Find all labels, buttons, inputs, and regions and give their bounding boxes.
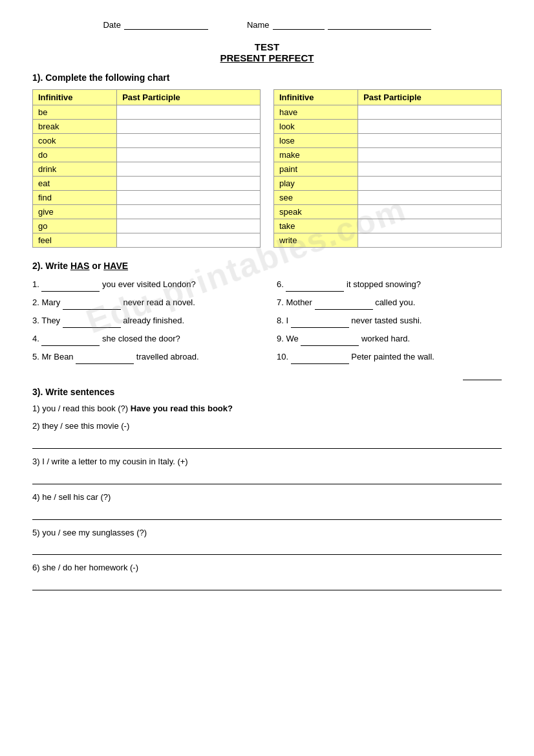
table-row: eat	[33, 177, 261, 191]
past-part-cell	[358, 105, 502, 120]
infinitive-cell: paint	[274, 162, 358, 177]
sentence-prompt: 2) they / see this movie (-)	[32, 420, 502, 433]
infinitive-cell: find	[33, 191, 117, 205]
has-have-blank	[301, 337, 359, 346]
sentence-prompt: 4) he / sell his car (?)	[32, 491, 502, 504]
table-row: have	[274, 105, 502, 120]
table-row: see	[274, 191, 502, 205]
sentence-prompt-text: 4) he / sell his car (?)	[32, 492, 111, 502]
table-row: feel	[33, 233, 261, 248]
past-part-cell	[358, 120, 502, 134]
has-have-blank	[286, 283, 344, 292]
tables-row: Infinitive Past Participle bebreakcookdo…	[32, 89, 502, 248]
infinitive-cell: take	[274, 219, 358, 233]
ex-num: 9.	[277, 334, 284, 343]
table-row: cook	[33, 134, 261, 148]
date-input-line	[124, 19, 208, 30]
past-part-cell	[117, 162, 261, 177]
ex-num: 4.	[32, 334, 39, 343]
sentence-answer-line	[32, 508, 502, 520]
exercise-item: 9. We worked hard.	[277, 332, 502, 346]
section2-have: HAVE	[103, 261, 128, 271]
has-have-blank	[291, 319, 349, 328]
table-row: lose	[274, 134, 502, 148]
has-have-blank	[63, 301, 121, 310]
sentence-prompt: 6) she / do her homework (-)	[32, 561, 502, 575]
table-right: Infinitive Past Participle havelooklosem…	[273, 89, 502, 248]
past-part-cell	[358, 134, 502, 148]
past-part-cell	[117, 148, 261, 162]
sentence-answer-line	[32, 437, 502, 449]
past-part-cell	[358, 233, 502, 248]
exercises-cols: 1. you ever visited London?2. Mary never…	[32, 277, 502, 368]
date-field: Date	[103, 19, 208, 30]
exercise-item: 1. you ever visited London?	[32, 277, 257, 292]
section3: 3). Write sentences 1) you / read this b…	[32, 387, 502, 590]
section1-heading: 1). Complete the following chart	[32, 72, 502, 83]
section2-or: or	[89, 261, 103, 271]
past-part-cell	[117, 205, 261, 219]
has-have-blank	[291, 355, 349, 364]
past-part-cell	[117, 105, 261, 120]
exercise-item: 4. she closed the door?	[32, 332, 257, 346]
exercise-item: 6. it stopped snowing?	[277, 277, 502, 292]
sentence-prompt-text: 5) you / see my sunglasses (?)	[32, 528, 147, 537]
table-row: paint	[274, 162, 502, 177]
sentence-item: 4) he / sell his car (?)	[32, 491, 502, 520]
page-subtitle: PRESENT PERFECT	[32, 52, 502, 63]
sentence-prompt-text: 3) I / write a letter to my cousin in It…	[32, 457, 188, 466]
sentence-prompt: 1) you / read this book (?) Have you rea…	[32, 402, 502, 416]
ex-num: 3.	[32, 316, 39, 325]
sentence-prompt: 3) I / write a letter to my cousin in It…	[32, 455, 502, 469]
sentence-answer-line	[32, 543, 502, 555]
section2-prefix: 2). Write	[32, 261, 70, 271]
ex-num: 8.	[277, 316, 284, 325]
section2-heading: 2). Write HAS or HAVE	[32, 261, 502, 271]
infinitive-cell: give	[33, 205, 117, 219]
has-have-blank	[76, 355, 134, 364]
infinitive-cell: speak	[274, 205, 358, 219]
infinitive-cell: eat	[33, 177, 117, 191]
ex-num: 2.	[32, 297, 39, 307]
sentence-item: 5) you / see my sunglasses (?)	[32, 526, 502, 556]
section2-divider	[463, 380, 502, 380]
exercise-item: 8. I never tasted sushi.	[277, 314, 502, 328]
table-right-col1-header: Infinitive	[274, 90, 358, 105]
ex-num: 1.	[32, 279, 39, 289]
section2-has: HAS	[70, 261, 90, 271]
sentence-item: 1) you / read this book (?) Have you rea…	[32, 402, 502, 416]
infinitive-cell: make	[274, 148, 358, 162]
sentence-prompt-text: 1) you / read this book (?)	[32, 404, 131, 413]
ex-num: 7.	[277, 297, 284, 307]
infinitive-cell: play	[274, 177, 358, 191]
has-have-blank	[63, 319, 121, 328]
header-line: Date Name	[32, 19, 502, 30]
exercise-item: 3. They already finished.	[32, 314, 257, 328]
exercise-item: 7. Mother called you.	[277, 296, 502, 310]
name-input-line2	[328, 19, 431, 30]
past-part-cell	[358, 148, 502, 162]
table-row: break	[33, 120, 261, 134]
past-part-cell	[358, 177, 502, 191]
name-label: Name	[247, 20, 270, 30]
past-part-cell	[358, 205, 502, 219]
table-row: take	[274, 219, 502, 233]
table-left-col1-header: Infinitive	[33, 90, 117, 105]
sentence-prompt-text: 6) she / do her homework (-)	[32, 563, 138, 572]
ex-num: 5.	[32, 352, 39, 362]
table-row: drink	[33, 162, 261, 177]
infinitive-cell: drink	[33, 162, 117, 177]
infinitive-cell: go	[33, 219, 117, 233]
exercises-col-left: 1. you ever visited London?2. Mary never…	[32, 277, 257, 368]
page-title: TEST	[32, 41, 502, 52]
section2: 2). Write HAS or HAVE 1. you ever visite…	[32, 261, 502, 368]
sentence-answer: Have you read this book?	[131, 404, 233, 413]
table-row: play	[274, 177, 502, 191]
infinitive-cell: lose	[274, 134, 358, 148]
infinitive-cell: feel	[33, 233, 117, 248]
table-row: be	[33, 105, 261, 120]
sentence-item: 3) I / write a letter to my cousin in It…	[32, 455, 502, 484]
infinitive-cell: break	[33, 120, 117, 134]
sentences-list: 1) you / read this book (?) Have you rea…	[32, 402, 502, 590]
sentence-item: 2) they / see this movie (-)	[32, 420, 502, 449]
